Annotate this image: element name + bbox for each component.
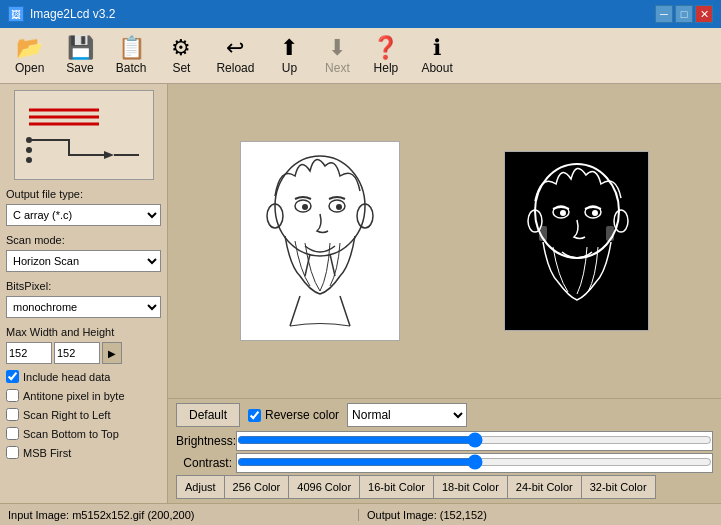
input-image-svg [245,146,395,336]
reverse-color-label: Reverse color [265,408,339,422]
brightness-track [236,431,713,451]
save-button[interactable]: 💾 Save [55,31,104,81]
svg-point-7 [26,157,32,163]
about-button[interactable]: ℹ About [410,31,463,81]
controls-row1: Default Reverse color Normal Threshold D… [176,403,713,427]
tab-256color[interactable]: 256 Color [224,475,289,499]
scan-bottom-row: Scan Bottom to Top [6,427,161,440]
tab-adjust[interactable]: Adjust [176,475,224,499]
msb-first-row: MSB First [6,446,161,459]
next-icon: ⬇ [328,37,346,59]
set-label: Set [172,61,190,75]
reverse-color-row: Reverse color [248,408,339,422]
open-button[interactable]: 📂 Open [4,31,55,81]
next-label: Next [325,61,350,75]
minimize-button[interactable]: ─ [655,5,673,23]
output-image [504,151,649,331]
help-icon: ❓ [372,37,399,59]
batch-button[interactable]: 📋 Batch [105,31,158,81]
tab-18bit[interactable]: 18-bit Color [433,475,507,499]
include-head-checkbox[interactable] [6,370,19,383]
preview-svg [19,95,149,175]
brightness-slider[interactable] [237,432,712,448]
msb-first-label: MSB First [23,447,71,459]
tab-32bit[interactable]: 32-bit Color [581,475,656,499]
brightness-label: Brightness: [176,434,236,448]
antitone-label: Antitone pixel in byte [23,390,125,402]
up-icon: ⬆ [280,37,298,59]
bits-pixel-label: BitsPixel: [6,280,161,292]
help-label: Help [374,61,399,75]
svg-point-8 [275,156,365,256]
output-file-type-label: Output file type: [6,188,161,200]
include-head-row: Include head data [6,370,161,383]
batch-label: Batch [116,61,147,75]
wh-arrow-button[interactable]: ▶ [102,342,122,364]
svg-rect-26 [606,226,614,241]
normal-select[interactable]: Normal Threshold Diffuse Dithering [347,403,467,427]
status-bar: Input Image: m5152x152.gif (200,200) Out… [0,503,721,525]
help-button[interactable]: ❓ Help [361,31,410,81]
set-icon: ⚙ [171,37,191,59]
scan-right-left-checkbox[interactable] [6,408,19,421]
app-icon: 🖼 [8,6,24,22]
content-area: Default Reverse color Normal Threshold D… [168,84,721,503]
svg-point-6 [26,147,32,153]
antitone-checkbox[interactable] [6,389,19,402]
next-button[interactable]: ⬇ Next [313,31,361,81]
open-label: Open [15,61,44,75]
svg-point-22 [592,210,598,216]
output-image-svg [509,156,644,326]
reverse-color-checkbox[interactable] [248,409,261,422]
titlebar-left: 🖼 Image2Lcd v3.2 [8,6,115,22]
toolbar: 📂 Open 💾 Save 📋 Batch ⚙ Set ↩ Reload ⬆ U… [0,28,721,84]
input-image [240,141,400,341]
tab-4096color[interactable]: 4096 Color [288,475,359,499]
tab-24bit[interactable]: 24-bit Color [507,475,581,499]
about-icon: ℹ [433,37,441,59]
svg-point-5 [26,137,32,143]
app-title: Image2Lcd v3.2 [30,7,115,21]
scan-mode-label: Scan mode: [6,234,161,246]
scan-bottom-checkbox[interactable] [6,427,19,440]
msb-first-checkbox[interactable] [6,446,19,459]
reload-label: Reload [216,61,254,75]
height-input[interactable] [54,342,100,364]
status-output: Output Image: (152,152) [359,509,717,521]
reload-button[interactable]: ↩ Reload [205,31,265,81]
scan-right-left-row: Scan Right to Left [6,408,161,421]
contrast-slider[interactable] [237,454,712,470]
contrast-track [236,453,713,473]
up-label: Up [282,61,297,75]
images-row [168,84,721,398]
titlebar: 🖼 Image2Lcd v3.2 ─ □ ✕ [0,0,721,28]
tab-16bit[interactable]: 16-bit Color [359,475,433,499]
scan-bottom-label: Scan Bottom to Top [23,428,119,440]
default-button[interactable]: Default [176,403,240,427]
bottom-controls: Default Reverse color Normal Threshold D… [168,398,721,503]
close-button[interactable]: ✕ [695,5,713,23]
maximize-button[interactable]: □ [675,5,693,23]
antitone-row: Antitone pixel in byte [6,389,161,402]
brightness-row: Brightness: [176,431,713,451]
svg-point-21 [560,210,566,216]
width-input[interactable] [6,342,52,364]
up-button[interactable]: ⬆ Up [265,31,313,81]
save-label: Save [66,61,93,75]
svg-line-16 [330,254,335,276]
svg-rect-25 [539,226,547,241]
about-label: About [421,61,452,75]
contrast-row: Contrast: [176,453,713,473]
tabs-row: Adjust 256 Color 4096 Color 16-bit Color… [176,475,713,499]
reload-icon: ↩ [226,37,244,59]
contrast-label: Contrast: [176,456,236,470]
set-button[interactable]: ⚙ Set [157,31,205,81]
save-icon: 💾 [67,37,94,59]
bits-pixel-select[interactable]: monochrome 4 bit gray 8 bit gray 16 bit … [6,296,161,318]
main-layout: Output file type: C array (*.c) Binary (… [0,84,721,503]
status-input: Input Image: m5152x152.gif (200,200) [4,509,359,521]
output-file-type-select[interactable]: C array (*.c) Binary (*.bin) Hex file [6,204,161,226]
left-panel: Output file type: C array (*.c) Binary (… [0,84,168,503]
scan-mode-select[interactable]: Horizon Scan Vertical Scan [6,250,161,272]
titlebar-controls: ─ □ ✕ [655,5,713,23]
